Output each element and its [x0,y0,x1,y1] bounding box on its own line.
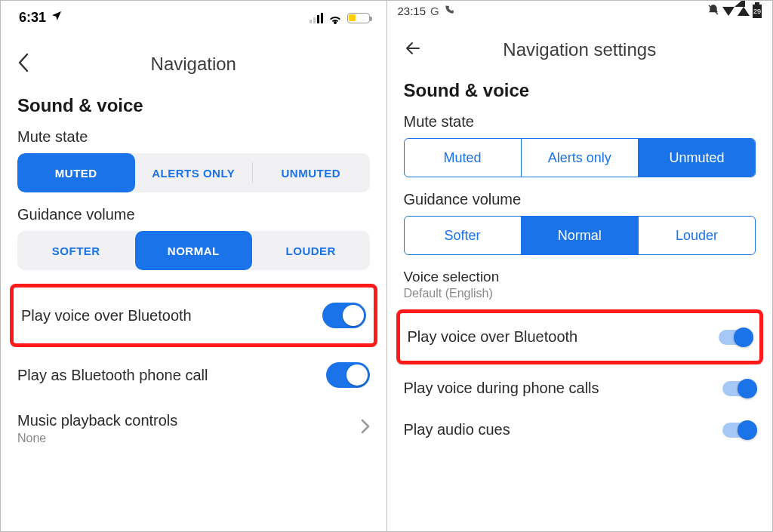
phone-icon [444,5,454,17]
row-title: Play as Bluetooth phone call [17,367,208,384]
row-play-audio-cues[interactable]: Play audio cues [404,409,756,451]
mute-option-unmuted[interactable]: UNMUTED [252,153,370,192]
back-button[interactable] [17,53,45,75]
ios-phone: 6:31 Navigation Sound & voice Mute state… [1,1,386,531]
row-music-playback-controls[interactable]: Music playback controls None [17,400,370,457]
page-title: Navigation settings [431,39,729,60]
row-subtitle: None [17,432,177,445]
mute-state-segmented: Muted Alerts only Unmuted [404,138,756,177]
battery-low-icon [347,13,370,23]
mute-option-muted[interactable]: Muted [405,139,521,177]
guidance-option-louder[interactable]: LOUDER [252,231,370,270]
mute-option-muted[interactable]: MUTED [17,153,135,192]
mute-state-label: Mute state [17,128,370,146]
guidance-volume-segmented: SOFTER NORMAL LOUDER [17,231,370,270]
ios-status-bar: 6:31 [1,1,386,32]
voice-selection-label: Voice selection [404,269,756,285]
android-topbar: Navigation settings [404,26,756,77]
row-title: Play voice during phone calls [404,380,599,397]
mute-option-alerts-only[interactable]: Alerts only [521,139,638,177]
highlight-play-voice-bluetooth: Play voice over Bluetooth [10,284,377,347]
toggle-play-voice-over-bluetooth[interactable] [719,330,752,345]
voice-selection-value: Default (English) [404,287,756,300]
row-play-voice-over-bluetooth[interactable]: Play voice over Bluetooth [408,313,753,361]
mute-option-unmuted[interactable]: Unmuted [638,139,755,177]
guidance-option-normal[interactable]: Normal [521,217,638,254]
mute-state-label: Mute state [404,113,756,131]
back-button[interactable] [404,39,431,60]
guidance-volume-segmented: Softer Normal Louder [404,216,756,255]
highlight-play-voice-bluetooth: Play voice over Bluetooth [396,309,764,364]
mute-state-segmented: MUTED ALERTS ONLY UNMUTED [17,153,370,192]
section-sound-voice: Sound & voice [404,80,756,101]
battery-icon: 29 [753,5,762,18]
row-title: Play audio cues [404,421,510,438]
guidance-volume-label: Guidance volume [404,191,756,208]
voice-selection-row[interactable]: Voice selection Default (English) [404,269,756,300]
row-title: Music playback controls [17,412,177,429]
toggle-play-audio-cues[interactable] [722,423,756,438]
row-title: Play voice over Bluetooth [408,328,578,346]
android-status-bar: 23:15 G 29 [387,1,773,18]
cellular-signal-icon [738,7,750,16]
wifi-icon [328,12,343,24]
android-phone: 23:15 G 29 Navigation settings Sound & [386,1,773,531]
toggle-play-voice-over-bluetooth[interactable] [322,303,366,328]
mute-option-alerts-only[interactable]: ALERTS ONLY [135,153,253,192]
android-time: 23:15 [398,5,427,17]
page-title: Navigation [45,54,343,75]
chevron-right-icon [361,419,370,438]
toggle-play-voice-during-calls[interactable] [722,381,756,396]
location-arrow-icon [51,10,63,26]
guidance-option-softer[interactable]: Softer [405,217,521,254]
ios-topbar: Navigation [17,39,370,92]
row-title: Play voice over Bluetooth [21,307,192,324]
dnd-icon [707,4,719,18]
google-icon: G [430,5,439,17]
section-sound-voice: Sound & voice [17,95,370,116]
network-down-icon [722,7,735,16]
row-play-as-bluetooth-call[interactable]: Play as Bluetooth phone call [17,350,370,400]
row-play-voice-during-calls[interactable]: Play voice during phone calls [404,367,756,409]
guidance-option-louder[interactable]: Louder [638,217,755,254]
guidance-option-normal[interactable]: NORMAL [135,231,253,270]
row-play-voice-over-bluetooth[interactable]: Play voice over Bluetooth [21,288,366,343]
ios-time: 6:31 [19,10,46,26]
guidance-volume-label: Guidance volume [17,206,370,223]
guidance-option-softer[interactable]: SOFTER [17,231,135,270]
toggle-play-as-bluetooth-call[interactable] [326,362,370,388]
cellular-signal-icon [310,13,323,23]
